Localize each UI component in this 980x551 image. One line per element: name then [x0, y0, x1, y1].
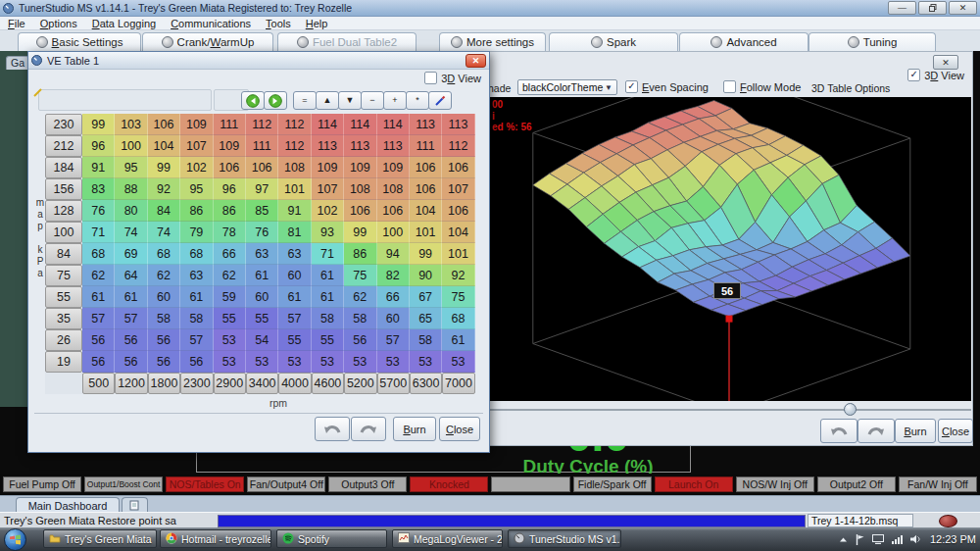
multiply-button[interactable]: * — [406, 91, 429, 110]
ve-cell[interactable]: 60 — [377, 308, 410, 329]
taskbar-button-hotmail-treyrozelle-[interactable]: Hotmail - treyrozelle... — [160, 529, 271, 548]
ve-cell[interactable]: 61 — [82, 286, 115, 308]
dialog-close-button[interactable]: Close — [439, 417, 480, 441]
ve-cell[interactable]: 111 — [214, 114, 246, 135]
ve-cell[interactable]: 108 — [377, 178, 410, 200]
ve-cell[interactable]: 106 — [442, 200, 474, 222]
ve-cell[interactable]: 95 — [180, 178, 213, 200]
ve-cell[interactable]: 95 — [115, 157, 147, 178]
ve-cell[interactable]: 58 — [180, 308, 213, 329]
ve-cell[interactable]: 60 — [246, 286, 278, 308]
rpm-bin-header[interactable]: 3400 — [246, 373, 278, 394]
ve-cell[interactable]: 113 — [442, 114, 474, 135]
ve-cell[interactable]: 102 — [180, 157, 213, 178]
ve-cell[interactable]: 58 — [410, 329, 442, 351]
rpm-bin-header[interactable]: 1800 — [148, 373, 180, 394]
ve-cell[interactable]: 106 — [410, 178, 442, 200]
ve-cell[interactable]: 68 — [180, 243, 213, 265]
ve-cell[interactable]: 76 — [82, 200, 115, 222]
add-button[interactable]: + — [383, 91, 407, 110]
ve-cell[interactable]: 61 — [278, 286, 311, 308]
ve-cell[interactable]: 68 — [442, 308, 474, 329]
ve-cell[interactable]: 112 — [246, 114, 278, 135]
ve-cell[interactable]: 55 — [246, 308, 278, 329]
ve-cell[interactable]: 103 — [115, 114, 147, 135]
ve-cell[interactable]: 53 — [214, 351, 246, 373]
ve-cell[interactable]: 61 — [115, 286, 147, 308]
ve-cell[interactable]: 96 — [82, 135, 115, 157]
rpm-bin-header[interactable]: 6300 — [410, 373, 442, 394]
ve-cell[interactable]: 61 — [312, 286, 344, 308]
ve-cell[interactable]: 112 — [278, 114, 311, 135]
ve-cell[interactable]: 85 — [246, 200, 278, 222]
ve-cell[interactable]: 56 — [180, 351, 213, 373]
map-bin-header[interactable]: 26 — [45, 329, 82, 351]
taskbar-button-spotify[interactable]: Spotify — [276, 529, 387, 548]
rpm-bin-header[interactable]: 500 — [82, 373, 115, 394]
ve-cell[interactable]: 62 — [148, 265, 180, 286]
rpm-bin-header[interactable]: 7000 — [442, 373, 474, 394]
ve-cell[interactable]: 106 — [148, 114, 180, 135]
ve-cell[interactable]: 53 — [246, 351, 278, 373]
ve-cell[interactable]: 92 — [442, 265, 474, 286]
ve-cell[interactable]: 63 — [278, 243, 311, 265]
ve-cell[interactable]: 114 — [344, 114, 376, 135]
ve-cell[interactable]: 53 — [377, 351, 410, 373]
burn-button[interactable]: Burn — [895, 419, 936, 443]
ve-cell[interactable]: 56 — [344, 329, 376, 351]
ve-cell[interactable]: 99 — [410, 243, 442, 265]
tab-spark[interactable]: Spark — [549, 32, 678, 51]
ve-cell[interactable]: 109 — [180, 114, 213, 135]
ve-cell[interactable]: 113 — [312, 135, 344, 157]
ve-cell[interactable]: 102 — [312, 200, 344, 222]
ve-cell[interactable]: 56 — [82, 329, 115, 351]
ve-cell[interactable]: 53 — [344, 351, 376, 373]
tab-more-settings[interactable]: More settings — [439, 32, 546, 51]
map-bin-header[interactable]: 100 — [45, 222, 82, 243]
dialog-burn-button[interactable]: Burn — [393, 417, 436, 441]
ve-cell[interactable]: 57 — [377, 329, 410, 351]
subtract-button[interactable]: − — [361, 91, 384, 110]
map-bin-header[interactable]: 75 — [45, 265, 82, 286]
ve-cell[interactable]: 68 — [82, 243, 115, 265]
ve-cell[interactable]: 68 — [148, 243, 180, 265]
ve-cell[interactable]: 55 — [214, 308, 246, 329]
ve-cell[interactable]: 112 — [442, 135, 474, 157]
ve-cell[interactable]: 55 — [278, 329, 311, 351]
dialog-redo-button[interactable] — [351, 417, 386, 441]
ve-cell[interactable]: 113 — [410, 114, 442, 135]
color-theme-dropdown[interactable]: blackColorTheme ▼ — [517, 79, 617, 95]
ve-cell[interactable]: 106 — [214, 157, 246, 178]
ve-cell[interactable]: 86 — [344, 243, 376, 265]
network-signal-icon[interactable] — [892, 534, 903, 544]
ve-cell[interactable]: 57 — [115, 308, 147, 329]
ve-cell[interactable]: 92 — [148, 178, 180, 200]
ve-cell[interactable]: 60 — [148, 286, 180, 308]
taskbar-button-megalogviewer-20-[interactable]: MegaLogViewer - 20... — [392, 529, 503, 548]
table-forward-button[interactable] — [264, 91, 287, 110]
table-back-button[interactable] — [241, 91, 265, 110]
ve-cell[interactable]: 53 — [442, 351, 474, 373]
pane-close-icon[interactable]: ✕ — [933, 55, 958, 70]
ve-cell[interactable]: 113 — [344, 135, 376, 157]
volume-icon[interactable] — [910, 534, 922, 544]
display-icon[interactable] — [872, 534, 884, 544]
taskbar-clock[interactable]: 12:23 PM — [930, 533, 976, 545]
ve-cell[interactable]: 93 — [312, 222, 344, 243]
even-spacing-checkbox[interactable]: ✓ — [625, 80, 638, 93]
dialog-close-icon[interactable]: ✕ — [466, 54, 486, 68]
ve-cell[interactable]: 63 — [246, 243, 278, 265]
3d-view-checkbox[interactable]: ✓ — [907, 69, 920, 81]
rpm-bin-header[interactable]: 5200 — [344, 373, 376, 394]
ve-cell[interactable]: 71 — [312, 243, 344, 265]
ve-cell[interactable]: 57 — [180, 329, 213, 351]
ve-cell[interactable]: 111 — [410, 135, 442, 157]
ve-cell[interactable]: 100 — [377, 222, 410, 243]
ve-cell[interactable]: 88 — [115, 178, 147, 200]
ve-cell[interactable]: 56 — [148, 351, 180, 373]
ve-cell[interactable]: 107 — [442, 178, 474, 200]
ve-cell[interactable]: 65 — [410, 308, 442, 329]
ve-cell[interactable]: 61 — [246, 265, 278, 286]
3d-table-options-label[interactable]: 3D Table Options — [811, 82, 890, 94]
taskbar-button-tunerstudio-ms-v1-1-[interactable]: TunerStudio MS v1.1... — [508, 529, 621, 548]
